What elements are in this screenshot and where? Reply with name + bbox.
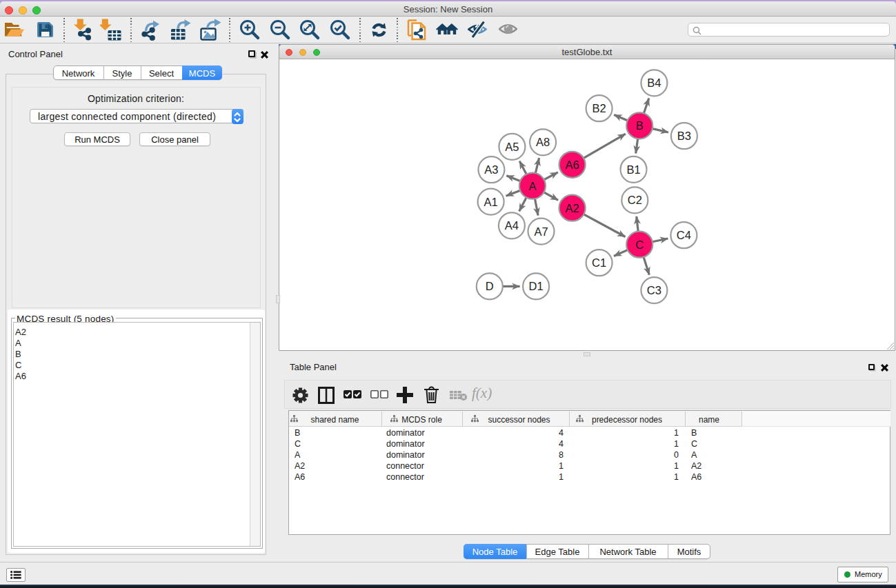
svg-text:A7: A7 (534, 225, 548, 238)
svg-text:A5: A5 (505, 141, 519, 153)
svg-text:A3: A3 (484, 163, 498, 176)
svg-text:A6: A6 (566, 159, 579, 171)
svg-text:C: C (635, 239, 644, 251)
svg-text:B2: B2 (593, 102, 606, 114)
svg-text:A2: A2 (566, 202, 579, 214)
svg-text:A4: A4 (505, 219, 519, 232)
svg-text:B1: B1 (626, 163, 640, 176)
svg-text:C4: C4 (677, 229, 691, 241)
svg-text:C2: C2 (628, 194, 642, 206)
svg-text:A8: A8 (536, 136, 550, 148)
svg-text:B3: B3 (677, 130, 691, 142)
svg-text:B: B (636, 119, 644, 132)
svg-text:D1: D1 (529, 280, 544, 292)
svg-text:A1: A1 (484, 196, 498, 208)
svg-text:B4: B4 (647, 77, 661, 89)
svg-text:C3: C3 (647, 284, 661, 296)
svg-text:C1: C1 (592, 256, 606, 269)
svg-text:A: A (528, 180, 536, 192)
svg-text:D: D (486, 280, 494, 292)
